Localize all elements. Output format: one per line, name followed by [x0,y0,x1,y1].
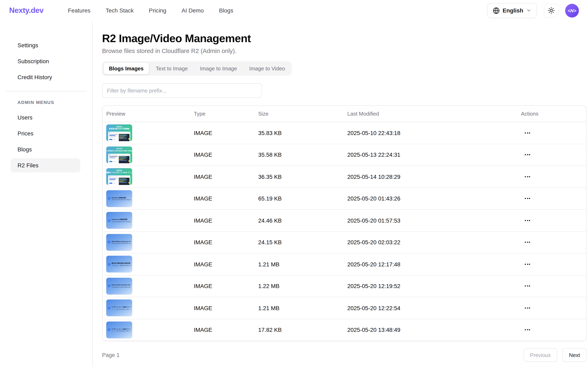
file-size: 35.83 KB [258,130,347,136]
table-row: N Nexty.dev 的独特优势 详细介绍 Nexty.dev 相对于竞品的独… [102,210,586,232]
file-type: IMAGE [194,130,258,136]
file-thumbnail[interactable]: 最新の フルスタック SaaS テンプレート [106,168,132,185]
table-row: 多场景全栈 SaaS 开发模板 IMAGE 35.83 KB 2025-05-1… [102,122,586,144]
row-actions-button[interactable] [523,261,532,267]
row-actions-button[interactable] [523,327,532,333]
file-modified: 2025-05-20 12:17:48 [347,261,521,267]
table-row: N サブディレクトリ統合でドメイン権威性を向上 ユーザー流入性を強化しSEOパフ… [102,297,586,319]
file-modified: 2025-05-20 12:22:54 [347,305,521,311]
tab-image-to-image[interactable]: Image to Image [195,63,242,74]
nav-item-pricing[interactable]: Pricing [149,7,166,14]
row-actions-button[interactable] [523,130,532,136]
sidebar-divider [6,91,86,92]
file-type: IMAGE [194,152,258,158]
file-size: 17.82 KB [258,326,347,333]
file-size: 35.58 KB [258,152,347,158]
page-subtitle: Browse files stored in Cloudflare R2 (Ad… [102,48,588,54]
file-size: 1.21 MB [258,305,347,311]
app-root: Nexty.dev Features Tech Stack Pricing AI… [0,0,588,367]
row-actions-button[interactable] [523,152,532,158]
tab-text-to-image[interactable]: Text to Image [151,63,193,74]
user-avatar[interactable]: <N> [565,4,579,17]
sidebar-item-users[interactable]: Users [11,110,80,124]
file-modified: 2025-05-20 12:19:52 [347,283,521,290]
page-title: R2 Image/Video Management [102,32,588,45]
brand-logo[interactable]: Nexty.dev [9,6,44,15]
file-modified: 2025-05-20 01:43:26 [347,195,521,202]
file-thumbnail[interactable]: N 整合每个网站的独立品牌页面，以提升申请转化率 从产品定位、功能特性等维度出发… [106,256,132,273]
nav-item-tech-stack[interactable]: Tech Stack [106,7,134,14]
table-row-partial [102,341,586,342]
file-thumbnail[interactable]: N Nexty.dev 的独特优势 详细介绍 Nexty.dev 相对于竞品的独… [106,190,132,207]
file-type: IMAGE [194,326,258,333]
sidebar-item-prices[interactable]: Prices [11,126,80,141]
table-row: A Modern Full-Stack SaaS Template IMAGE … [102,144,586,166]
tab-image-to-video[interactable]: Image to Video [244,63,290,74]
main-content: R2 Image/Video Management Browse files s… [93,21,588,367]
column-header-preview: Preview [106,111,194,117]
sun-icon [547,7,555,14]
file-type: IMAGE [194,217,258,224]
file-thumbnail[interactable]: N サブディレクトリ統合でドメイン権威性を向上 ユーザー流入性を強化しSEOパフ… [106,321,132,338]
file-modified: 2025-05-20 01:57:53 [347,217,521,224]
row-actions-button[interactable] [523,196,532,201]
sidebar: Settings Subscription Credit History ADM… [0,21,93,367]
top-nav: Features Tech Stack Pricing AI Demo Blog… [68,7,233,14]
tab-bar: Blogs Images Text to Image Image to Imag… [102,61,292,76]
row-actions-button[interactable] [523,283,532,289]
column-header-last-modified: Last Modified [347,111,521,117]
nav-item-features[interactable]: Features [68,7,91,14]
theme-toggle-button[interactable] [544,3,558,18]
row-actions-button[interactable] [523,239,532,245]
sidebar-item-blogs[interactable]: Blogs [11,142,80,157]
file-thumbnail[interactable]: 多场景全栈 SaaS 开发模板 [106,125,132,141]
file-size: 1.22 MB [258,283,347,290]
previous-page-button[interactable]: Previous [523,348,557,362]
row-actions-button[interactable] [523,305,532,311]
file-type: IMAGE [194,261,258,267]
nav-item-blogs[interactable]: Blogs [219,7,233,14]
column-header-actions: Actions [521,111,582,117]
sidebar-item-settings[interactable]: Settings [11,38,80,52]
top-bar: Nexty.dev Features Tech Stack Pricing AI… [0,0,588,21]
table-row: N Nexty.dev 的独特优势 详细介绍 Nexty.dev 相对于竞品的独… [102,188,586,210]
file-modified: 2025-05-20 02:03:22 [347,239,521,246]
row-actions-button[interactable] [523,218,532,223]
file-modified: 2025-05-13 22:24:31 [347,152,521,158]
pagination-bar: Page 1 Previous Next [102,348,587,362]
file-modified: 2025-05-10 22:43:18 [347,130,521,136]
language-label: English [503,7,523,14]
file-thumbnail[interactable]: N What Makes Nexty.dev Stand Out Explori… [106,234,132,250]
next-page-button[interactable]: Next [562,348,587,362]
globe-icon [493,7,500,14]
table-row: N What Makes Nexty.dev Stand Out Explori… [102,232,586,253]
row-actions-button[interactable] [523,174,532,180]
top-actions: English <N> [487,3,579,18]
file-size: 36.35 KB [258,174,347,180]
nav-item-ai-demo[interactable]: AI Demo [182,7,204,14]
file-type: IMAGE [194,174,258,180]
language-selector-button[interactable]: English [487,3,537,18]
file-size: 1.21 MB [258,261,347,267]
file-thumbnail[interactable]: N サブディレクトリ統合でドメイン権威性を向上 ユーザー流入性を強化しSEOパフ… [106,300,132,316]
file-thumbnail[interactable]: N Boost Domain Authority with Subdirecto… [106,278,132,294]
file-thumbnail[interactable]: A Modern Full-Stack SaaS Template [106,146,132,163]
table-row: N 整合每个网站的独立品牌页面，以提升申请转化率 从产品定位、功能特性等维度出发… [102,253,586,275]
files-table: Preview Type Size Last Modified Actions … [102,105,587,341]
table-row: N Boost Domain Authority with Subdirecto… [102,275,586,297]
sidebar-item-credit-history[interactable]: Credit History [11,70,80,84]
table-row: N サブディレクトリ統合でドメイン権威性を向上 ユーザー流入性を強化しSEOパフ… [102,319,586,341]
chevron-down-icon [526,8,531,13]
filename-filter-input[interactable] [102,83,262,98]
column-header-size: Size [258,111,347,117]
file-modified: 2025-05-20 13:48:49 [347,326,521,333]
file-type: IMAGE [194,239,258,246]
sidebar-item-subscription[interactable]: Subscription [11,54,80,68]
tab-blogs-images[interactable]: Blogs Images [104,63,149,74]
file-modified: 2025-05-14 10:28:29 [347,174,521,180]
file-type: IMAGE [194,305,258,311]
file-thumbnail[interactable]: N Nexty.dev 的独特优势 详细介绍 Nexty.dev 相对于竞品的独… [106,212,132,229]
sidebar-item-r2-files[interactable]: R2 Files [11,158,80,172]
file-type: IMAGE [194,283,258,290]
file-size: 65.19 KB [258,195,347,202]
